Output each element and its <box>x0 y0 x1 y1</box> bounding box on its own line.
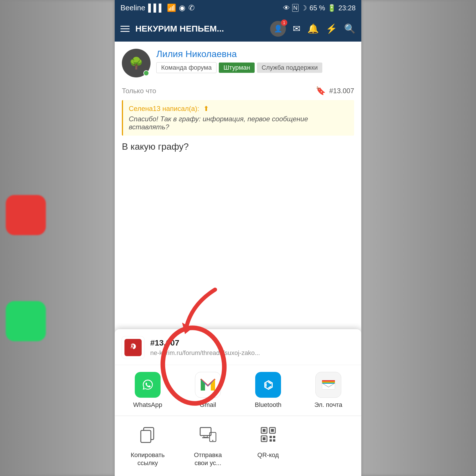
share-app-whatsapp[interactable]: WhatsApp <box>118 372 178 409</box>
gmail-label: Gmail <box>200 401 216 409</box>
svg-rect-12 <box>322 381 335 382</box>
tag-support: Служба поддержки <box>257 63 322 73</box>
user-name: Лилия Николаевна <box>156 49 354 59</box>
send-device-icon <box>195 422 221 448</box>
svg-rect-11 <box>322 380 335 381</box>
svg-rect-31 <box>270 439 272 442</box>
nfc-icon: N <box>292 4 299 12</box>
copy-link-label: Копировать ссылку <box>131 451 165 467</box>
status-bar: Beeline ▌▌▌ 📶 ◉ ✆ 👁 N ☽ 65 % 🔋 23:28 <box>115 0 361 16</box>
blurred-left-bg <box>0 0 115 476</box>
svg-rect-24 <box>263 429 266 432</box>
hamburger-line-3 <box>120 31 130 32</box>
svg-text:⌬: ⌬ <box>264 379 273 391</box>
quote-text: Спасибо! Так в графу: информация, первое… <box>129 115 348 131</box>
share-link-info: #13.007 ne-kurim.ru/forum/threads/suxoj-… <box>150 338 354 357</box>
svg-rect-17 <box>141 430 151 442</box>
email-svg <box>321 377 336 393</box>
user-avatar-large: 🌳 <box>122 49 151 77</box>
share-app-gmail[interactable]: Gmail <box>178 372 238 409</box>
app-bar-icons: 👤 1 ✉ 🔔 ⚡ 🔍 <box>270 21 356 37</box>
status-left: Beeline ▌▌▌ 📶 ◉ ✆ <box>120 3 195 12</box>
svg-rect-20 <box>202 437 209 438</box>
share-app-bluetooth[interactable]: ⌬ Bluetooth <box>238 372 298 409</box>
quote-author: Селена13 написал(а): ⬆ <box>129 105 348 113</box>
user-tags: Команда форума Штурман Служба поддержки <box>156 62 354 73</box>
battery-text: 65 % <box>309 4 325 12</box>
svg-rect-28 <box>263 437 266 440</box>
quote-arrow-icon: ⬆ <box>203 105 209 112</box>
svg-point-5 <box>140 377 156 393</box>
copy-icon-svg <box>138 425 157 444</box>
svg-rect-26 <box>271 429 274 432</box>
qr-code-icon <box>255 422 281 448</box>
svg-rect-15 <box>322 383 335 384</box>
search-icon[interactable]: 🔍 <box>344 23 356 34</box>
avatar-container[interactable]: 👤 1 <box>270 21 286 37</box>
rss-icon: ◉ <box>179 3 186 12</box>
eye-icon: 👁 <box>283 4 290 12</box>
forum-app-icon-svg <box>127 341 139 354</box>
gmail-svg <box>199 378 216 392</box>
copy-link-action[interactable]: Копировать ссылку <box>118 422 178 467</box>
battery-icon: 🔋 <box>327 4 336 12</box>
send-device-svg <box>199 425 217 444</box>
send-device-action[interactable]: Отправка свои ус... <box>178 422 238 467</box>
svg-point-3 <box>130 348 133 351</box>
user-profile: 🌳 Лилия Николаевна Команда форума Штурма… <box>122 49 354 77</box>
svg-point-4 <box>131 345 133 347</box>
flash-icon[interactable]: ⚡ <box>326 23 337 34</box>
whatsapp-svg <box>140 377 156 393</box>
whatsapp-label: WhatsApp <box>133 401 162 409</box>
hamburger-menu[interactable] <box>120 26 130 32</box>
share-actions-row: Копировать ссылку <box>115 416 361 476</box>
copy-link-icon <box>135 422 161 448</box>
blurred-right-bg <box>361 0 476 476</box>
tag-team: Команда форума <box>156 62 216 73</box>
share-link-url: ne-kurim.ru/forum/threads/suxoj-zako... <box>150 349 354 357</box>
share-app-icon <box>122 336 145 359</box>
carrier-text: Beeline <box>120 3 145 12</box>
post-timestamp: Только что <box>122 87 156 95</box>
qr-code-label: QR-код <box>257 451 279 459</box>
bg-icon-green <box>6 301 46 341</box>
share-app-icon-inner <box>124 339 142 356</box>
share-app-email[interactable]: Эл. почта <box>298 372 358 409</box>
quote-block: Селена13 написал(а): ⬆ Спасибо! Так в гр… <box>122 100 354 136</box>
message-badge: 1 <box>281 19 287 26</box>
post-meta-right: 🔖 #13.007 <box>316 86 354 95</box>
email-label: Эл. почта <box>314 401 342 409</box>
svg-rect-29 <box>270 436 272 438</box>
app-title: НЕКУРИМ НЕПЬЕМ... <box>135 24 264 34</box>
bookmark-icon[interactable]: 🔖 <box>316 86 326 95</box>
bell-icon[interactable]: 🔔 <box>307 23 319 34</box>
bg-icon-red <box>6 195 46 235</box>
svg-rect-19 <box>204 436 207 437</box>
post-number: #13.007 <box>329 87 354 95</box>
phone-screen: Beeline ▌▌▌ 📶 ◉ ✆ 👁 N ☽ 65 % 🔋 23:28 НЕК… <box>115 0 361 476</box>
bluetooth-svg: ⌬ <box>260 377 276 393</box>
gmail-icon-bg <box>195 372 221 398</box>
content-area: 🌳 Лилия Николаевна Команда форума Штурма… <box>115 42 361 476</box>
moon-icon: ☽ <box>301 4 307 12</box>
hamburger-line-1 <box>120 26 130 27</box>
svg-rect-30 <box>273 436 275 438</box>
post-meta: Только что 🔖 #13.007 <box>122 83 354 95</box>
share-sheet: #13.007 ne-kurim.ru/forum/threads/suxoj-… <box>115 329 361 476</box>
status-right: 👁 N ☽ 65 % 🔋 23:28 <box>283 4 356 12</box>
send-device-label: Отправка свои ус... <box>194 451 222 467</box>
qr-code-action[interactable]: QR-код <box>238 422 298 467</box>
qr-svg <box>259 425 278 444</box>
svg-rect-13 <box>322 382 335 383</box>
share-link-title: #13.007 <box>150 338 354 348</box>
wifi-icon: 📶 <box>167 3 176 12</box>
online-indicator <box>143 70 149 76</box>
email-icon-bg <box>315 372 341 398</box>
whatsapp-icon-bg <box>135 372 161 398</box>
bluetooth-icon-bg: ⌬ <box>255 372 281 398</box>
tag-role: Штурман <box>219 63 255 73</box>
mail-icon[interactable]: ✉ <box>293 23 301 34</box>
user-info: Лилия Николаевна Команда форума Штурман … <box>156 49 354 73</box>
share-header: #13.007 ne-kurim.ru/forum/threads/suxoj-… <box>115 329 361 365</box>
svg-rect-14 <box>322 383 335 383</box>
